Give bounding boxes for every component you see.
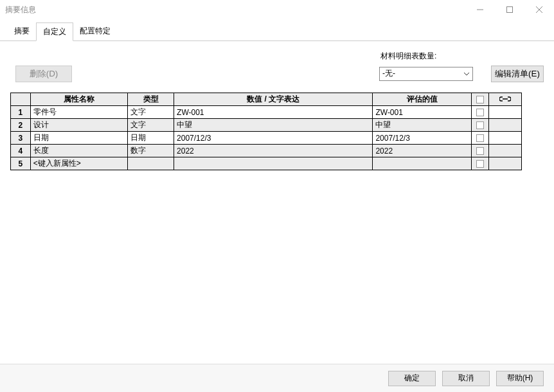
row-number: 5 <box>11 157 31 170</box>
header-checkbox-box[interactable] <box>476 96 484 103</box>
link-icon <box>499 95 511 104</box>
toolbar: 删除(D) 材料明细表数量: -无- 编辑清单(E) <box>0 41 554 87</box>
cell-eval: 2007/12/3 <box>373 132 472 145</box>
dialog-footer: 确定 取消 帮助(H) <box>0 364 554 392</box>
cell-value[interactable]: 中望 <box>174 119 373 132</box>
header-eval: 评估的值 <box>373 93 472 106</box>
cell-name[interactable]: 长度 <box>30 145 128 157</box>
cell-checkbox[interactable] <box>472 145 489 157</box>
tab-config[interactable]: 配置特定 <box>73 22 117 41</box>
cell-checkbox[interactable] <box>472 132 489 145</box>
cell-eval: ZW-001 <box>373 106 472 119</box>
row-checkbox[interactable] <box>476 121 484 129</box>
cell-type[interactable]: 数字 <box>128 145 174 157</box>
cell-link[interactable] <box>488 119 521 132</box>
window-title: 摘要信息 <box>5 4 465 15</box>
content-area: 删除(D) 材料明细表数量: -无- 编辑清单(E) 属性名称 类型 数值 / … <box>0 41 554 356</box>
header-checkbox <box>472 93 489 106</box>
cell-link[interactable] <box>488 106 521 119</box>
tab-summary[interactable]: 摘要 <box>8 22 36 41</box>
cell-eval <box>373 157 472 170</box>
table-row-new[interactable]: 5 <键入新属性> <box>11 157 522 170</box>
cell-eval: 2022 <box>373 145 472 157</box>
cell-name[interactable]: 日期 <box>30 132 128 145</box>
edit-list-button[interactable]: 编辑清单(E) <box>491 66 544 82</box>
table-row[interactable]: 3 日期 日期 2007/12/3 2007/12/3 <box>11 132 522 145</box>
maximize-button[interactable] <box>495 0 524 19</box>
cell-name[interactable]: 设计 <box>30 119 128 132</box>
window-controls <box>465 0 554 19</box>
cell-value[interactable]: 2022 <box>174 145 373 157</box>
bom-controls: -无- 编辑清单(E) <box>379 66 544 82</box>
cell-link[interactable] <box>488 157 521 170</box>
cell-link[interactable] <box>488 145 521 157</box>
properties-table: 属性名称 类型 数值 / 文字表达 评估的值 1 零件号 文字 <box>10 93 522 170</box>
row-checkbox[interactable] <box>476 160 484 168</box>
cell-value[interactable] <box>174 157 373 170</box>
delete-button[interactable]: 删除(D) <box>15 66 72 82</box>
table-row[interactable]: 4 长度 数字 2022 2022 <box>11 145 522 157</box>
cell-value[interactable]: ZW-001 <box>174 106 373 119</box>
header-name: 属性名称 <box>30 93 128 106</box>
cell-type[interactable]: 文字 <box>128 106 174 119</box>
row-number: 1 <box>11 106 31 119</box>
cell-type[interactable]: 日期 <box>128 132 174 145</box>
close-icon <box>536 6 542 13</box>
cancel-button[interactable]: 取消 <box>442 371 490 386</box>
row-number: 3 <box>11 132 31 145</box>
bom-count-select[interactable]: -无- <box>379 67 473 81</box>
row-checkbox[interactable] <box>476 134 484 142</box>
minimize-icon <box>477 6 483 13</box>
close-button[interactable] <box>524 0 554 19</box>
header-value: 数值 / 文字表达 <box>174 93 373 106</box>
row-checkbox[interactable] <box>476 109 484 116</box>
table-row[interactable]: 1 零件号 文字 ZW-001 ZW-001 <box>11 106 522 119</box>
chevron-down-icon <box>463 72 470 76</box>
bom-block: 材料明细表数量: -无- 编辑清单(E) <box>379 51 544 82</box>
title-bar: 摘要信息 <box>0 0 554 19</box>
row-checkbox[interactable] <box>476 147 484 155</box>
header-link <box>488 93 521 106</box>
bom-count-label: 材料明细表数量: <box>379 51 544 62</box>
header-rownum <box>11 93 31 106</box>
cell-name-placeholder[interactable]: <键入新属性> <box>30 157 128 170</box>
cell-checkbox[interactable] <box>472 157 489 170</box>
cell-type[interactable]: 文字 <box>128 119 174 132</box>
tab-custom[interactable]: 自定义 <box>36 22 73 41</box>
table-row[interactable]: 2 设计 文字 中望 中望 <box>11 119 522 132</box>
cell-value[interactable]: 2007/12/3 <box>174 132 373 145</box>
ok-button[interactable]: 确定 <box>388 371 436 386</box>
cell-type[interactable] <box>128 157 174 170</box>
cell-link[interactable] <box>488 132 521 145</box>
minimize-button[interactable] <box>465 0 495 19</box>
properties-table-wrap: 属性名称 类型 数值 / 文字表达 评估的值 1 零件号 文字 <box>10 93 522 170</box>
row-number: 4 <box>11 145 31 157</box>
header-type: 类型 <box>128 93 174 106</box>
cell-checkbox[interactable] <box>472 119 489 132</box>
cell-checkbox[interactable] <box>472 106 489 119</box>
maximize-icon <box>506 6 513 13</box>
row-number: 2 <box>11 119 31 132</box>
table-header-row: 属性名称 类型 数值 / 文字表达 评估的值 <box>11 93 522 106</box>
cell-name[interactable]: 零件号 <box>30 106 128 119</box>
svg-rect-1 <box>507 7 513 13</box>
help-button[interactable]: 帮助(H) <box>496 371 544 386</box>
tab-bar: 摘要 自定义 配置特定 <box>0 22 554 41</box>
cell-eval: 中望 <box>373 119 472 132</box>
bom-selected-value: -无- <box>382 68 395 79</box>
